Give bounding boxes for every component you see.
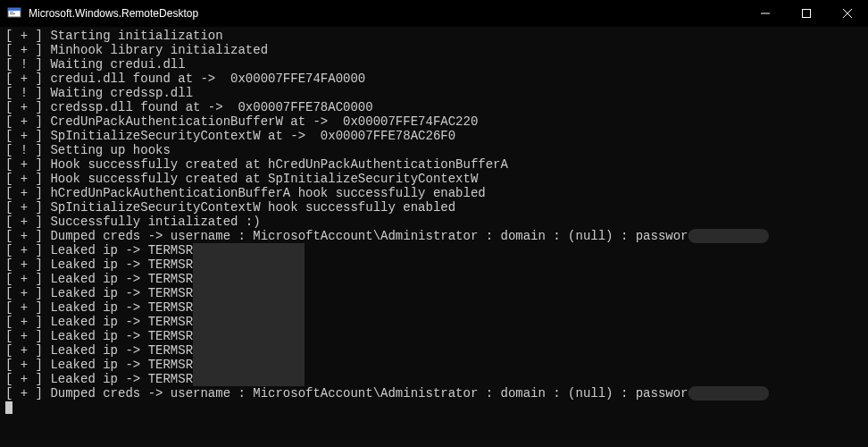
terminal-line-text: [ + ] Starting initialization (5, 29, 223, 43)
cursor-icon (5, 401, 13, 414)
terminal-line-text: [ + ] hCredUnPackAuthenticationBufferA h… (5, 186, 486, 200)
app-window: Microsoft.Windows.RemoteDesktop [ + ] St… (0, 0, 868, 447)
redaction-overlay (193, 272, 305, 286)
terminal-line: [ + ] Minhook library initializated (5, 43, 863, 57)
terminal-line-text: [ + ] Leaked ip -> TERMSRV/ (5, 372, 208, 386)
redaction-overlay (193, 343, 305, 358)
terminal-line-text: [ + ] Leaked ip -> TERMSRV/2 (5, 257, 215, 272)
terminal-line: [ ! ] Waiting credui.dll (5, 57, 863, 72)
terminal-line-text: [ + ] Dumped creds -> username : Microso… (5, 386, 718, 401)
terminal-line-text: [ + ] Leaked ip -> TERMSRV/ (5, 343, 208, 358)
terminal-line: [ + ] Leaked ip -> TERMSRV/ (5, 329, 863, 343)
terminal-line: [ + ] Leaked ip -> TERMSRV/ (5, 300, 863, 315)
terminal-line: [ + ] Leaked ip -> TERMSRV/ (5, 243, 863, 257)
terminal-line-text: [ + ] Leaked ip -> TERMSRV/2 (5, 272, 215, 286)
terminal-line: [ + ] Starting initialization (5, 29, 863, 43)
terminal-line: [ + ] SpInitializeSecurityContextW hook … (5, 200, 863, 215)
terminal-line-text: [ + ] Leaked ip -> TERMSRV/2 (5, 286, 215, 300)
terminal-line: [ + ] Leaked ip -> TERMSRV/ (5, 315, 863, 329)
terminal-line: [ + ] SpInitializeSecurityContextW at ->… (5, 129, 863, 143)
terminal-line: [ + ] credssp.dll found at -> 0x00007FFE… (5, 100, 863, 114)
terminal-line-text: [ + ] SpInitializeSecurityContextW at ->… (5, 129, 455, 143)
redaction-overlay (193, 358, 305, 372)
terminal-line: [ + ] Dumped creds -> username : Microso… (5, 386, 863, 401)
redaction-overlay (689, 229, 769, 243)
titlebar[interactable]: Microsoft.Windows.RemoteDesktop (0, 0, 868, 27)
terminal-line-text: [ + ] credssp.dll found at -> 0x00007FFE… (5, 100, 373, 114)
terminal-line: [ + ] Leaked ip -> TERMSRV/ (5, 358, 863, 372)
terminal-line-text: [ + ] Successfully intializated :) (5, 215, 261, 229)
terminal-line-text: [ + ] Hook successfully created at SpIni… (5, 172, 478, 186)
redaction-overlay (193, 372, 305, 386)
terminal-line-text: [ ! ] Setting up hooks (5, 143, 171, 157)
terminal-line: [ + ] Leaked ip -> TERMSRV/ (5, 343, 863, 358)
redaction-overlay (193, 286, 305, 300)
window-title: Microsoft.Windows.RemoteDesktop (29, 7, 198, 20)
terminal-line: [ + ] credui.dll found at -> 0x00007FFE7… (5, 72, 863, 86)
terminal-line: [ + ] Hook successfully created at hCred… (5, 157, 863, 172)
redaction-overlay (193, 300, 305, 315)
minimize-button[interactable] (745, 0, 786, 27)
terminal-line-text: [ ! ] Waiting credui.dll (5, 57, 186, 72)
redaction-overlay (193, 315, 305, 329)
terminal-line: [ + ] Hook successfully created at SpIni… (5, 172, 863, 186)
svg-rect-2 (10, 12, 13, 13)
svg-rect-3 (10, 13, 15, 14)
terminal-line-text: [ + ] Leaked ip -> TERMSRV/ (5, 243, 208, 257)
terminal-line: [ + ] Successfully intializated :) (5, 215, 863, 229)
terminal-line: [ + ] Leaked ip -> TERMSRV/2 (5, 257, 863, 272)
terminal-line-text: [ + ] credui.dll found at -> 0x00007FFE7… (5, 72, 365, 86)
terminal-line: [ ! ] Waiting credssp.dll (5, 86, 863, 100)
redaction-overlay (193, 329, 305, 343)
terminal-line: [ + ] Leaked ip -> TERMSRV/2 (5, 272, 863, 286)
redaction-overlay (689, 386, 769, 401)
terminal-line-text: [ + ] Dumped creds -> username : Microso… (5, 229, 718, 243)
terminal-cursor-line (5, 401, 863, 415)
terminal-line-text: [ ! ] Waiting credssp.dll (5, 86, 193, 100)
app-icon (7, 6, 21, 21)
close-button[interactable] (827, 0, 868, 27)
terminal-content[interactable]: [ + ] Starting initialization[ + ] Minho… (0, 27, 868, 447)
maximize-button[interactable] (786, 0, 827, 27)
terminal-line: [ + ] hCredUnPackAuthenticationBufferA h… (5, 186, 863, 200)
terminal-line-text: [ + ] Leaked ip -> TERMSRV/ (5, 300, 208, 315)
terminal-line: [ + ] Leaked ip -> TERMSRV/2 (5, 286, 863, 300)
svg-rect-4 (803, 10, 811, 18)
terminal-line-text: [ + ] SpInitializeSecurityContextW hook … (5, 200, 455, 215)
terminal-line-text: [ + ] Hook successfully created at hCred… (5, 157, 508, 172)
svg-rect-1 (8, 8, 21, 11)
terminal-line: [ + ] Dumped creds -> username : Microso… (5, 229, 863, 243)
terminal-line-text: [ + ] Leaked ip -> TERMSRV/ (5, 358, 208, 372)
redaction-overlay (193, 243, 305, 257)
terminal-line-text: [ + ] Leaked ip -> TERMSRV/ (5, 315, 208, 329)
terminal-line: [ ! ] Setting up hooks (5, 143, 863, 157)
redaction-overlay (193, 257, 305, 272)
terminal-line: [ + ] CredUnPackAuthenticationBufferW at… (5, 114, 863, 129)
terminal-line-text: [ + ] CredUnPackAuthenticationBufferW at… (5, 114, 478, 129)
terminal-line-text: [ + ] Leaked ip -> TERMSRV/ (5, 329, 208, 343)
terminal-line: [ + ] Leaked ip -> TERMSRV/ (5, 372, 863, 386)
terminal-line-text: [ + ] Minhook library initializated (5, 43, 268, 57)
